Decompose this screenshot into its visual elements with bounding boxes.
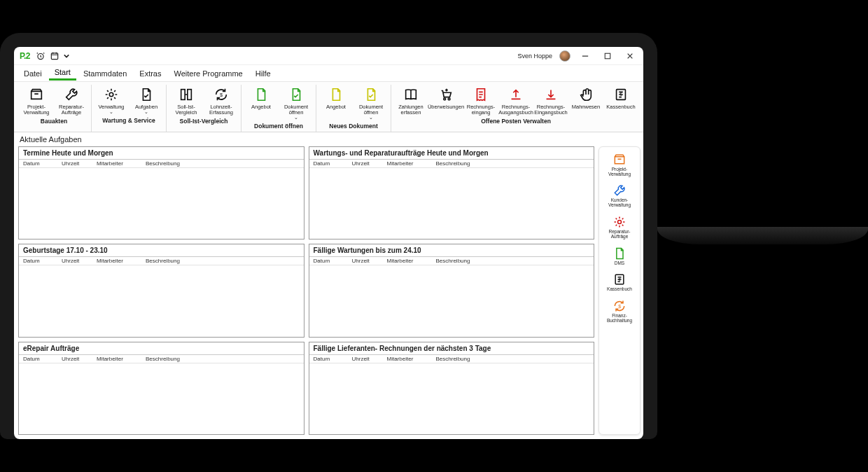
- zahlungen-erfassen-button[interactable]: Zahlungen erfassen: [394, 85, 428, 117]
- ueberweisungen-button[interactable]: Überweisungen: [429, 85, 463, 117]
- menu-datei[interactable]: Datei: [18, 67, 48, 80]
- ribbon-button-label: Angebot: [251, 104, 271, 110]
- reparatur-auftraege-button[interactable]: Reparatur- Aufträge: [55, 85, 88, 117]
- sb-kunden-button[interactable]: Kunden- Verwaltung: [601, 182, 638, 209]
- ledger-black-icon: €: [612, 86, 629, 103]
- column-header: Beschreibung: [146, 258, 300, 264]
- ribbon-button-label: Mahnwesen: [572, 104, 600, 110]
- rechnungs-ausgangsbuch-button[interactable]: Rechnungs- Ausgangsbuch: [499, 85, 533, 117]
- ledger-black-icon: €: [612, 272, 626, 286]
- wrench-black-icon: [63, 86, 80, 103]
- svg-rect-2: [605, 53, 610, 59]
- column-header: Uhrzeit: [352, 160, 387, 167]
- panel-columns: DatumUhrzeitMitarbeiterBeschreibung: [19, 257, 304, 265]
- panel-title: Termine Heute und Morgen: [19, 147, 304, 160]
- column-header: Beschreibung: [436, 160, 590, 167]
- dashboard-panel: Termine Heute und MorgenDatumUhrzeitMita…: [18, 146, 304, 240]
- chevron-down-icon[interactable]: [64, 51, 69, 61]
- sb-reparatur-button[interactable]: Reparatur- Aufträge: [601, 214, 638, 241]
- column-header: Uhrzeit: [62, 356, 97, 362]
- avatar[interactable]: [559, 50, 570, 62]
- projekt-verwaltung-button[interactable]: Projekt- Verwaltung: [20, 85, 53, 117]
- cart-black-icon: [438, 86, 454, 103]
- aufgaben-button[interactable]: Aufgaben⌄: [130, 85, 163, 116]
- doc-check-yellow-icon: [363, 86, 379, 103]
- column-header: Uhrzeit: [352, 258, 387, 264]
- column-header: Datum: [23, 356, 62, 362]
- app-logo: P.2: [20, 51, 30, 61]
- upload-red-icon: [507, 86, 524, 103]
- calendar-icon[interactable]: [50, 51, 59, 61]
- panel-columns: DatumUhrzeitMitarbeiterBeschreibung: [309, 160, 594, 168]
- hand-black-icon: [578, 86, 594, 103]
- menu-stammdaten[interactable]: Stammdaten: [78, 67, 132, 80]
- sidebar-button-label: Kassenbuch: [607, 287, 632, 292]
- dashboard-panel: Fällige Wartungen bis zum 24.10DatumUhrz…: [309, 244, 595, 337]
- soll-ist-vergleich-button[interactable]: Soll-Ist- Vergleich: [169, 85, 203, 117]
- panel-columns: DatumUhrzeitMitarbeiterBeschreibung: [309, 257, 594, 265]
- ribbon-button-label: Rechnungs- Ausgangsbuch: [498, 104, 533, 116]
- panel-columns: DatumUhrzeitMitarbeiterBeschreibung: [19, 160, 304, 168]
- menu-start[interactable]: Start: [49, 66, 76, 81]
- box-orange-icon: [612, 153, 626, 167]
- column-header: Uhrzeit: [352, 356, 387, 362]
- download-red-icon: [542, 86, 559, 103]
- ribbon-group-label: Soll-Ist-Vergleich: [180, 118, 228, 125]
- column-header: Mitarbeiter: [387, 160, 436, 167]
- ribbon-button-label: Lohnzeit-Erfassung: [205, 104, 237, 116]
- column-header: Mitarbeiter: [97, 160, 146, 167]
- sb-finanz-button[interactable]: $Finanz- Buchhaltung: [601, 298, 638, 325]
- rechnungs-eingang-button[interactable]: Rechnungs- eingang: [464, 85, 498, 117]
- column-header: Beschreibung: [436, 356, 590, 362]
- panel-title: Geburtstage 17.10 - 23.10: [19, 244, 304, 257]
- svg-text:$: $: [220, 92, 223, 98]
- titlebar: P.2 Sven Hoppe: [14, 47, 643, 65]
- ribbon: Projekt- VerwaltungReparatur- AufträgeBa…: [14, 82, 643, 132]
- svg-rect-4: [181, 90, 186, 100]
- sb-projekt-button[interactable]: Projekt- Verwaltung: [601, 151, 638, 179]
- ribbon-button-label: Angebot: [326, 104, 346, 110]
- svg-text:€: €: [620, 92, 622, 97]
- menu-hilfe[interactable]: Hilfe: [250, 67, 276, 80]
- dokument-oeffnen-neu-button[interactable]: Dokument öffnen⌄: [354, 85, 388, 122]
- svg-rect-1: [51, 53, 57, 59]
- alarm-icon[interactable]: [36, 51, 46, 61]
- rechnungs-eingangsbuch-button[interactable]: Rechnungs- Eingangsbuch: [534, 85, 568, 117]
- panel-title: Fällige Lieferanten- Rechnungen der näch…: [309, 342, 594, 355]
- lohnzeit-erfassung-button[interactable]: $Lohnzeit-Erfassung: [204, 85, 238, 117]
- close-button[interactable]: [622, 50, 638, 62]
- book-black-icon: [402, 86, 419, 103]
- angebot-neu-button[interactable]: Angebot: [319, 85, 353, 122]
- dokument-oeffnen-button[interactable]: Dokument öffnen⌄: [279, 85, 313, 122]
- kassenbuch-button[interactable]: €Kassenbuch: [604, 85, 638, 117]
- panel-title: eRepair Aufträge: [19, 342, 304, 355]
- menubar: DateiStartStammdatenExtrasWeitere Progra…: [14, 65, 643, 82]
- ribbon-group: Projekt- VerwaltungReparatur- AufträgeBa…: [17, 85, 92, 132]
- svg-text:$: $: [618, 304, 621, 309]
- minimize-button[interactable]: [578, 50, 593, 62]
- mahnwesen-button[interactable]: Mahnwesen: [569, 85, 603, 117]
- dashboard-panel: Wartungs- und Reparaturaufträge Heute un…: [309, 146, 595, 240]
- ribbon-group-label: Neues Dokument: [329, 123, 377, 130]
- sb-kassenbuch-button[interactable]: €Kassenbuch: [601, 271, 638, 293]
- compare-black-icon: [178, 86, 195, 103]
- column-header: Beschreibung: [146, 160, 300, 167]
- maximize-button[interactable]: [600, 50, 615, 62]
- svg-point-11: [618, 221, 622, 224]
- verwaltung-button[interactable]: Verwaltung⌄: [94, 85, 128, 116]
- panel-columns: DatumUhrzeitMitarbeiterBeschreibung: [309, 355, 594, 363]
- ribbon-button-label: Rechnungs- eingang: [467, 104, 495, 116]
- column-header: Mitarbeiter: [97, 258, 146, 264]
- menu-weitere-programme[interactable]: Weitere Programme: [168, 67, 248, 80]
- column-header: Datum: [23, 258, 62, 264]
- menu-extras[interactable]: Extras: [134, 67, 167, 80]
- angebot-oeffnen-button[interactable]: Angebot: [244, 85, 278, 122]
- svg-point-8: [448, 98, 450, 100]
- panel-title: Fällige Wartungen bis zum 24.10: [309, 244, 594, 257]
- sb-dms-button[interactable]: DMS: [601, 245, 638, 268]
- receipt-red-icon: [472, 86, 489, 103]
- sidebar-button-label: Finanz- Buchhaltung: [607, 314, 632, 324]
- dashboard-grid: Termine Heute und MorgenDatumUhrzeitMita…: [18, 146, 594, 435]
- chevron-down-icon: ⌄: [369, 115, 373, 120]
- wrench-blue-icon: [612, 183, 626, 197]
